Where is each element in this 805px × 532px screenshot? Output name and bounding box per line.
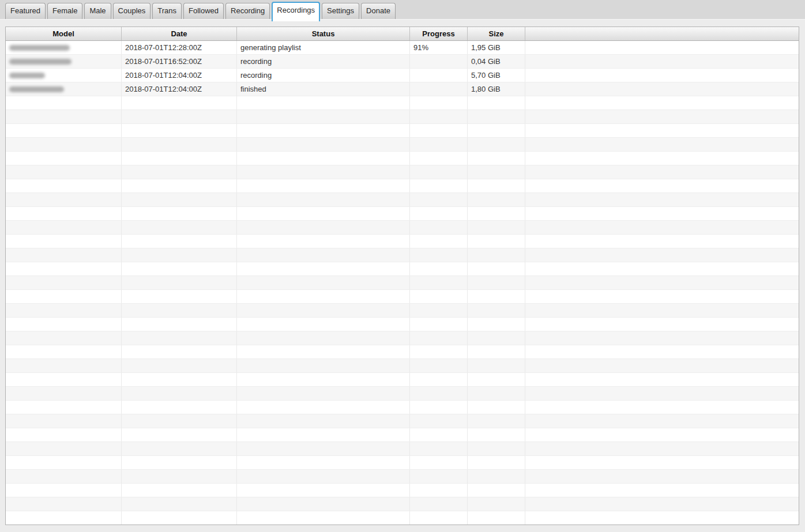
cell-empty xyxy=(122,359,237,372)
column-header-progress[interactable]: Progress xyxy=(410,27,468,40)
cell-empty xyxy=(525,456,799,469)
cell-empty xyxy=(468,96,525,110)
column-header-size[interactable]: Size xyxy=(468,27,525,40)
cell-empty xyxy=(410,387,468,400)
cell-empty xyxy=(6,290,122,303)
table-row-empty xyxy=(6,470,799,484)
cell-empty xyxy=(122,221,237,234)
cell-empty xyxy=(525,290,799,303)
cell-empty xyxy=(122,345,237,359)
cell-empty xyxy=(237,401,410,414)
tab-couples[interactable]: Couples xyxy=(113,3,151,19)
cell-empty xyxy=(525,428,799,442)
cell-empty xyxy=(6,124,122,137)
cell-empty xyxy=(122,165,237,179)
cell-empty xyxy=(122,110,237,123)
column-header-date[interactable]: Date xyxy=(122,27,237,40)
table-row-empty xyxy=(6,359,799,373)
table-row-empty xyxy=(6,207,799,221)
table-row[interactable]: 2018-07-01T12:04:00Zfinished1,80 GiB xyxy=(6,82,799,96)
column-header-model[interactable]: Model xyxy=(6,27,122,40)
cell-empty xyxy=(122,262,237,276)
cell-empty xyxy=(525,262,799,276)
cell-status: generating playlist xyxy=(237,41,410,54)
table-row-empty xyxy=(6,96,799,110)
cell-empty xyxy=(122,401,237,414)
table-row-empty xyxy=(6,456,799,470)
cell-empty xyxy=(468,373,525,386)
cell-empty xyxy=(6,110,122,123)
cell-empty xyxy=(237,511,410,525)
column-header-status[interactable]: Status xyxy=(237,27,410,40)
cell-empty xyxy=(410,511,468,525)
table-row-empty xyxy=(6,193,799,207)
cell-empty xyxy=(6,318,122,331)
cell-empty xyxy=(237,373,410,386)
table-row-empty xyxy=(6,345,799,359)
cell-empty xyxy=(122,235,237,248)
cell-filler xyxy=(525,69,799,82)
tab-followed[interactable]: Followed xyxy=(183,3,224,19)
cell-empty xyxy=(410,110,468,123)
cell-empty xyxy=(410,207,468,220)
tab-recordings[interactable]: Recordings xyxy=(272,2,320,21)
cell-empty xyxy=(6,207,122,220)
cell-empty xyxy=(237,165,410,179)
cell-date: 2018-07-01T12:28:00Z xyxy=(122,41,237,54)
cell-empty xyxy=(237,359,410,372)
tab-recording[interactable]: Recording xyxy=(225,3,270,19)
cell-empty xyxy=(6,331,122,345)
cell-empty xyxy=(6,345,122,359)
tab-settings[interactable]: Settings xyxy=(322,3,359,19)
cell-empty xyxy=(525,138,799,151)
cell-empty xyxy=(525,235,799,248)
tab-trans[interactable]: Trans xyxy=(152,3,182,19)
cell-empty xyxy=(410,96,468,110)
cell-empty xyxy=(237,221,410,234)
cell-empty xyxy=(122,470,237,483)
cell-empty xyxy=(237,484,410,497)
column-header-filler xyxy=(525,27,799,40)
table-row[interactable]: 2018-07-01T12:28:00Zgenerating playlist9… xyxy=(6,41,799,55)
cell-empty xyxy=(6,165,122,179)
cell-empty xyxy=(237,456,410,469)
cell-empty xyxy=(122,456,237,469)
cell-empty xyxy=(525,207,799,220)
cell-empty xyxy=(468,359,525,372)
tab-featured[interactable]: Featured xyxy=(5,3,46,19)
cell-size: 0,04 GiB xyxy=(468,55,525,68)
tab-male[interactable]: Male xyxy=(84,3,111,19)
cell-empty xyxy=(6,497,122,511)
cell-empty xyxy=(468,414,525,428)
cell-empty xyxy=(6,138,122,151)
cell-empty xyxy=(122,318,237,331)
tab-donate[interactable]: Donate xyxy=(361,3,396,19)
table-row-empty xyxy=(6,221,799,235)
cell-empty xyxy=(410,179,468,193)
recordings-table: ModelDateStatusProgressSize 2018-07-01T1… xyxy=(5,27,799,525)
cell-empty xyxy=(525,401,799,414)
cell-empty xyxy=(468,179,525,193)
cell-empty xyxy=(410,193,468,206)
cell-empty xyxy=(237,248,410,262)
cell-empty xyxy=(468,428,525,442)
cell-empty xyxy=(410,165,468,179)
cell-empty xyxy=(525,179,799,193)
cell-empty xyxy=(122,193,237,206)
cell-size: 5,70 GiB xyxy=(468,69,525,82)
table-row-empty xyxy=(6,442,799,456)
cell-empty xyxy=(237,428,410,442)
cell-empty xyxy=(525,331,799,345)
cell-empty xyxy=(122,207,237,220)
table-row-empty xyxy=(6,484,799,497)
cell-empty xyxy=(122,138,237,151)
table-row-empty xyxy=(6,165,799,179)
cell-empty xyxy=(6,442,122,455)
cell-empty xyxy=(410,484,468,497)
tab-female[interactable]: Female xyxy=(47,3,82,19)
table-row[interactable]: 2018-07-01T12:04:00Zrecording5,70 GiB xyxy=(6,69,799,82)
table-row[interactable]: 2018-07-01T16:52:00Zrecording0,04 GiB xyxy=(6,55,799,69)
table-row-empty xyxy=(6,428,799,442)
cell-empty xyxy=(410,152,468,165)
cell-empty xyxy=(122,428,237,442)
